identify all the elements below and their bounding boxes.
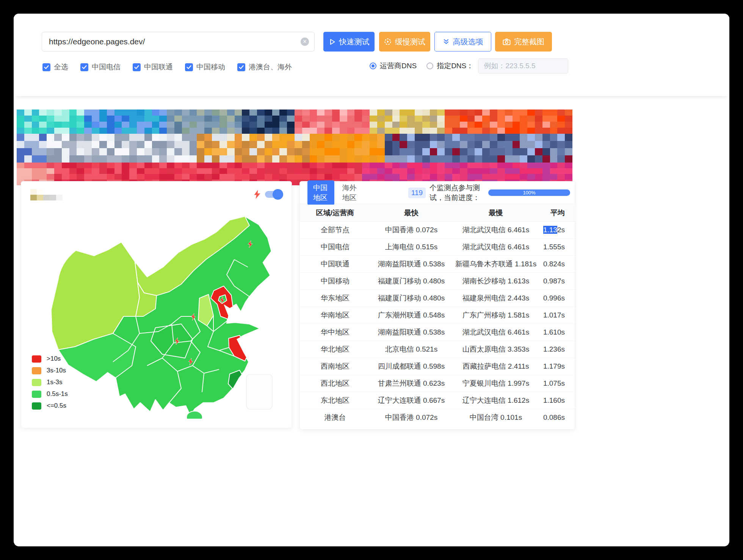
tab-china-region[interactable]: 中国地区 [307, 180, 334, 205]
fastest-cell: 广东潮州联通 0.548s [370, 307, 452, 324]
isp-checkbox-row: 全选中国电信中国联通中国移动港澳台、海外 [42, 62, 292, 72]
slowest-cell: 湖北武汉电信 6.461s [452, 324, 539, 341]
checkbox-checked-icon [42, 63, 50, 71]
average-cell: 1.179s [539, 358, 575, 375]
slow-motion-icon [384, 38, 392, 45]
slowest-cell: 西藏拉萨电信 2.411s [452, 358, 539, 375]
legend-item-0: >10s [32, 355, 68, 363]
region-cell: 中国移动 [300, 272, 370, 289]
monitor-text: 个监测点参与测试，当前进度： [429, 183, 484, 203]
camera-icon [503, 38, 511, 45]
average-cell: 0.987s [539, 272, 575, 289]
col-slowest: 最慢 [452, 205, 539, 221]
selected-text: 1.13 [543, 226, 557, 234]
isp-checkbox-0[interactable]: 全选 [42, 62, 68, 72]
table-header-row: 区域/运营商 最快 最慢 平均 [300, 205, 575, 221]
average-cell: 0.996s [539, 289, 575, 307]
isp-checkbox-2[interactable]: 中国联通 [133, 62, 173, 72]
legend-swatch [32, 391, 41, 398]
map-legend: >10s3s-10s1s-3s0.5s-1s<=0.5s [32, 355, 68, 410]
chevrons-down-icon [443, 38, 450, 45]
checkbox-checked-icon [237, 63, 245, 71]
table-row[interactable]: 中国电信上海电信 0.515s湖北武汉电信 6.461s1.555s [300, 238, 575, 255]
carrier-dns-radio[interactable] [370, 63, 376, 69]
fastest-cell: 辽宁大连联通 0.667s [370, 392, 452, 409]
slowest-cell: 山西太原电信 3.353s [452, 341, 539, 358]
results-panel: 中国地区 海外地区 119 个监测点参与测试，当前进度： 100% 区域/运营商… [299, 181, 575, 430]
quick-test-button[interactable]: 快速测试 [323, 32, 375, 52]
custom-dns-radio[interactable] [426, 63, 433, 69]
toggle-knob [273, 189, 283, 200]
col-fastest: 最快 [370, 205, 452, 221]
progress-bar: 100% [488, 189, 570, 196]
average-cell: 1.555s [539, 238, 575, 255]
tab-overseas-region[interactable]: 海外地区 [337, 180, 364, 205]
fastest-cell: 福建厦门移动 0.480s [370, 289, 452, 307]
clear-icon[interactable]: ✕ [301, 38, 309, 46]
table-row[interactable]: 中国移动福建厦门移动 0.480s湖南长沙移动 1.613s0.987s [300, 272, 575, 289]
legend-swatch [32, 379, 41, 386]
slow-test-label: 缓慢测试 [395, 37, 425, 47]
region-cell: 中国联通 [300, 255, 370, 272]
legend-swatch [32, 367, 41, 374]
average-cell: 1.610s [539, 324, 575, 341]
slowest-cell: 辽宁大连电信 1.612s [452, 392, 539, 409]
fastest-cell: 福建厦门移动 0.480s [370, 272, 452, 289]
isp-checkbox-4[interactable]: 港澳台、海外 [237, 62, 292, 72]
advanced-options-button[interactable]: 高级选项 [434, 32, 491, 52]
col-average: 平均 [539, 205, 575, 221]
table-row[interactable]: 华中地区湖南益阳联通 0.538s湖北武汉电信 6.461s1.610s [300, 324, 575, 341]
region-cell: 华东地区 [300, 289, 370, 307]
table-row[interactable]: 中国联通湖南益阳联通 0.538s新疆乌鲁木齐联通 1.181s0.824s [300, 255, 575, 272]
fastest-cell: 中国香港 0.072s [370, 409, 452, 426]
custom-dns-input[interactable] [478, 58, 568, 74]
table-row[interactable]: 华北地区北京电信 0.521s山西太原电信 3.353s1.236s [300, 341, 575, 358]
checkbox-checked-icon [80, 63, 88, 71]
legend-label: >10s [47, 355, 61, 363]
slowest-cell: 湖北武汉电信 6.461s [452, 238, 539, 255]
custom-dns-label: 指定DNS： [437, 61, 473, 71]
checkbox-label: 中国联通 [144, 62, 173, 72]
checkbox-label: 全选 [54, 62, 68, 72]
region-cell: 华中地区 [300, 324, 370, 341]
lightning-icon [254, 190, 260, 199]
isp-checkbox-3[interactable]: 中国移动 [185, 62, 225, 72]
fastest-cell: 甘肃兰州联通 0.623s [370, 375, 452, 392]
ad-banner-mosaic[interactable] [17, 109, 572, 185]
fastest-cell: 四川成都联通 0.598s [370, 358, 452, 375]
fastest-cell: 湖南益阳联通 0.538s [370, 324, 452, 341]
speed-mode-toggle[interactable] [265, 191, 282, 198]
average-cell: 1.160s [539, 392, 575, 409]
slow-test-button[interactable]: 缓慢测试 [379, 32, 430, 52]
legend-label: <=0.5s [47, 402, 66, 410]
region-cell: 中国电信 [300, 238, 370, 255]
table-row[interactable]: 华东地区福建厦门移动 0.480s福建泉州电信 2.443s0.996s [300, 289, 575, 307]
dns-options: 运营商DNS 指定DNS： [370, 58, 568, 74]
legend-label: 0.5s-1s [47, 390, 68, 398]
table-row[interactable]: 西北地区甘肃兰州联通 0.623s宁夏银川电信 1.997s1.075s [300, 375, 575, 392]
checkbox-label: 港澳台、海外 [249, 62, 292, 72]
table-row[interactable]: 西南地区四川成都联通 0.598s西藏拉萨电信 2.411s1.179s [300, 358, 575, 375]
table-row[interactable]: 全部节点中国香港 0.072s湖北武汉电信 6.461s1.132s [300, 221, 575, 238]
region-cell: 华南地区 [300, 307, 370, 324]
url-input[interactable] [42, 37, 301, 46]
fastest-cell: 上海电信 0.515s [370, 238, 452, 255]
slowest-cell: 湖南长沙移动 1.613s [452, 272, 539, 289]
region-cell: 港澳台 [300, 409, 370, 426]
slowest-cell: 广东广州移动 1.581s [452, 307, 539, 324]
blurred-logo [30, 189, 63, 200]
average-cell: 0.824s [539, 255, 575, 272]
slowest-cell: 新疆乌鲁木齐联通 1.181s [452, 255, 539, 272]
table-row[interactable]: 东北地区辽宁大连联通 0.667s辽宁大连电信 1.612s1.160s [300, 392, 575, 409]
full-screenshot-button[interactable]: 完整截图 [495, 32, 552, 52]
carrier-dns-label: 运营商DNS [380, 61, 417, 71]
region-cell: 东北地区 [300, 392, 370, 409]
average-cell: 1.236s [539, 341, 575, 358]
isp-checkbox-1[interactable]: 中国电信 [80, 62, 121, 72]
legend-item-2: 1s-3s [32, 379, 68, 386]
slowest-cell: 宁夏银川电信 1.997s [452, 375, 539, 392]
table-row[interactable]: 华南地区广东潮州联通 0.548s广东广州移动 1.581s1.017s [300, 307, 575, 324]
checkbox-checked-icon [185, 63, 193, 71]
checkbox-label: 中国电信 [92, 62, 121, 72]
table-row[interactable]: 港澳台中国香港 0.072s中国台湾 0.101s0.086s [300, 409, 575, 426]
